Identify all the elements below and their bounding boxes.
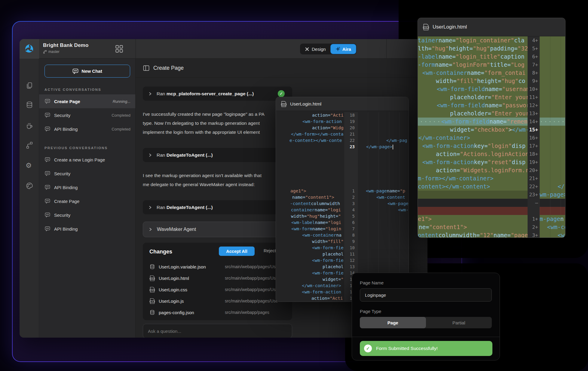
chat-bubble-icon: [44, 99, 51, 104]
conversation-item[interactable]: Security: [39, 167, 135, 180]
code-line: <wm-container na8: [276, 232, 409, 238]
toast-message: Form Submitted Successfully!: [376, 346, 438, 351]
conversation-item[interactable]: API Binding: [39, 222, 135, 236]
new-chat-button[interactable]: New Chat: [44, 65, 130, 78]
code-right-pane: [357, 125, 409, 131]
svg-text:HTML: HTML: [424, 27, 428, 29]
code-left-pane: <wm-form-action: [276, 289, 344, 295]
conversation-item[interactable]: Create PageRunning...: [39, 94, 135, 108]
tool-call-card[interactable]: Ran DelegateToAgent (...): [143, 148, 292, 162]
java-cup-icon[interactable]: [26, 122, 33, 130]
conversation-item[interactable]: SecurityCompleted: [39, 108, 135, 122]
code-right-pane: [540, 61, 565, 69]
code-left-pane: ·····<wm-form-field name="remembe: [418, 118, 528, 126]
js-file-icon: JS: [149, 298, 155, 304]
conversation-item[interactable]: Create Page: [39, 194, 135, 208]
line-number: 9: [344, 238, 357, 245]
code-line: 23+wm-page>: [418, 191, 565, 199]
conversation-item[interactable]: API BindingCompleted: [39, 122, 135, 136]
css-file-icon: CSS: [149, 287, 155, 293]
code-right-pane: [540, 77, 565, 85]
design-mode-button[interactable]: Design: [301, 44, 330, 54]
tool-call-label: Ran mcp_platoform-server_create_page (..…: [157, 91, 254, 97]
api-nodes-icon[interactable]: [26, 141, 33, 149]
code-right-pane: [540, 53, 565, 61]
code-line: action="Actions.loginAction.18+: [418, 150, 565, 158]
tool-call-label: WaveMaker Agent: [157, 227, 196, 232]
apps-grid-button[interactable]: [115, 45, 124, 53]
page-type-option-partial[interactable]: Partial: [426, 317, 492, 328]
line-number: 21+: [528, 174, 540, 182]
code-line: <wm-form-field name="passwor12+: [418, 101, 565, 109]
changed-file-row[interactable]: CSSUserLogin.csssrc/main/webapp/pages/Us…: [149, 284, 286, 295]
conversation-item[interactable]: Security: [39, 208, 135, 222]
changed-file-row[interactable]: pages-config.jsonsrc/main/webapp/pages: [149, 307, 286, 318]
code-left-pane: ne="content1">: [418, 223, 528, 231]
editor-right-code[interactable]: tainer name="login_container" cla4+lth="…: [418, 36, 565, 238]
page-name-label: Page Name: [360, 280, 492, 285]
palette-icon[interactable]: [26, 182, 33, 190]
code-left-pane: width="hug" height=": [276, 213, 344, 219]
gear-icon[interactable]: ⚙: [26, 162, 33, 170]
chevron-right-icon: [148, 153, 152, 157]
json-file-icon: [149, 310, 155, 315]
file-name: UserLogin.html: [159, 276, 221, 281]
code-line: –: [418, 199, 565, 207]
database-icon[interactable]: [26, 101, 33, 109]
code-right-pane: </: [540, 182, 565, 191]
code-line: [276, 156, 409, 163]
aira-mode-button[interactable]: Aira: [331, 44, 356, 54]
editor-window-mid: HTML UserLogin.html action="Acti18<wm-fo…: [276, 97, 409, 302]
accept-all-button[interactable]: Accept All: [219, 247, 255, 256]
branch-name[interactable]: master: [48, 50, 60, 54]
code-right-pane: <wm-co: [540, 223, 565, 231]
code-line: content></wm-content>22+</: [418, 182, 565, 191]
new-chat-label: New Chat: [81, 69, 102, 74]
topbar-divider: [136, 39, 136, 59]
code-right-pane: [357, 251, 409, 257]
ask-question-input[interactable]: [143, 324, 292, 338]
changed-file-row[interactable]: UserLogin.variable.jsonsrc/main/webapp/p…: [149, 261, 286, 272]
page-name-input[interactable]: [360, 288, 492, 302]
changed-file-row[interactable]: HTMLUserLogin.htmlsrc/main/webapp/pages/…: [149, 272, 286, 284]
changes-card: ChangesAccept AllRejectUserLogin.variabl…: [143, 243, 292, 320]
conversation-item[interactable]: API Binding: [39, 180, 135, 194]
agent-card[interactable]: WaveMaker Agent: [143, 222, 292, 237]
code-line: action="Widg20: [276, 125, 409, 131]
app-logo[interactable]: [20, 39, 39, 59]
dialog-divider: [352, 337, 500, 337]
code-line: action="Acti18: [276, 112, 409, 118]
code-line: <wm-form name="login7: [276, 226, 409, 232]
code-right-pane: [357, 226, 409, 232]
code-line: placeholder="Enter your11+: [418, 93, 565, 101]
conversation-item[interactable]: Create a new Login Page: [39, 153, 135, 167]
code-left-pane: placeholder="Enter your: [418, 93, 528, 101]
tool-call-card[interactable]: Ran mcp_platoform-server_create_page (..…: [143, 87, 292, 101]
code-right-pane: [357, 175, 409, 182]
code-line: [418, 207, 565, 215]
code-line: m-form></wm-container>21+: [418, 174, 565, 182]
code-right-pane: m-page n: [540, 215, 565, 223]
file-name: pages-config.json: [159, 310, 221, 315]
conversation-label: API Binding: [54, 185, 130, 190]
code-line: <wm-form-action key="login" disp17+: [418, 142, 565, 150]
reject-button[interactable]: Reject: [264, 248, 276, 253]
code-left-pane: <wm-form name="login: [276, 226, 344, 232]
changed-file-row[interactable]: JSUserLogin.jssrc/main/webapp/pages/Use: [149, 295, 286, 307]
code-right-pane: [540, 69, 565, 77]
code-left-pane: action="Widg: [276, 125, 344, 131]
code-left-pane: action="Acti: [276, 112, 344, 118]
line-number: 20+: [528, 166, 540, 174]
code-left-pane: [276, 150, 344, 156]
pages-icon[interactable]: [26, 82, 33, 90]
line-number: 17+: [528, 142, 540, 150]
tool-call-card[interactable]: Ran DelegateToAgent (...): [143, 200, 292, 214]
code-right-pane: [540, 93, 565, 101]
page-type-option-page[interactable]: Page: [360, 317, 426, 328]
code-right-pane: [357, 118, 409, 125]
chat-bubble-icon: [44, 226, 51, 231]
line-number: 1: [344, 188, 357, 194]
code-right-pane: [540, 150, 565, 158]
code-right-pane: [357, 163, 409, 169]
conversation-label: Security: [54, 113, 108, 118]
